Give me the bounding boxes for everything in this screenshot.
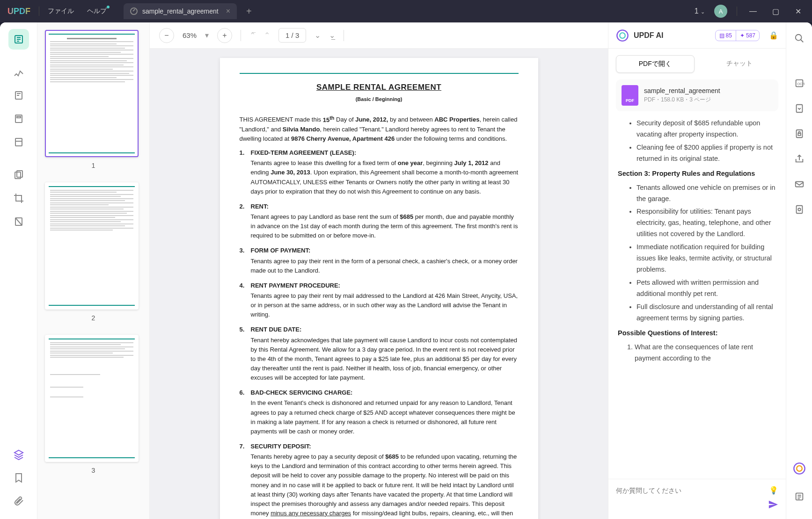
document-viewport[interactable]: SAMPLE RENTAL AGREEMENT (Basic / Beginni… bbox=[150, 49, 608, 519]
tab-doc-icon bbox=[130, 7, 138, 15]
thumbnail-number: 1 bbox=[45, 162, 142, 169]
doc-list-item: 6.BAD-CHECK SERVICING CHARGE:In the even… bbox=[251, 388, 519, 436]
right-tool-rail: OCR bbox=[786, 22, 812, 519]
next-page-button[interactable]: ⌄ bbox=[315, 31, 321, 40]
convert-button[interactable] bbox=[792, 101, 807, 116]
menu-file[interactable]: ファイル bbox=[48, 7, 74, 15]
menu-help[interactable]: ヘルプ bbox=[87, 7, 107, 15]
reader-mode-button[interactable] bbox=[8, 29, 29, 50]
doc-list-item: 3.FORM OF PAYMENT:Tenants agree to pay t… bbox=[251, 246, 519, 275]
attachment-button[interactable] bbox=[8, 491, 29, 512]
ai-tab-chat[interactable]: チャット bbox=[701, 55, 779, 73]
ai-file-name: sample_rental_agreement bbox=[644, 87, 720, 94]
ai-bullet: Security deposit of $685 refundable upon… bbox=[636, 118, 776, 140]
page-icon: ▤ bbox=[719, 32, 724, 39]
chat-icon: ✦ bbox=[740, 32, 745, 39]
zoom-in-button[interactable]: + bbox=[217, 28, 232, 43]
thumbnail-page-1[interactable]: 1 bbox=[45, 30, 142, 169]
last-page-button[interactable]: ⌄̲ bbox=[329, 31, 335, 40]
organize-tool-button[interactable] bbox=[8, 108, 29, 129]
titlebar: UPDF ファイル ヘルプ sample_rental_agreement × … bbox=[0, 0, 812, 22]
crop-tool-button[interactable] bbox=[8, 188, 29, 209]
ai-credit-badges[interactable]: ▤85 ✦587 bbox=[715, 30, 760, 41]
user-avatar[interactable]: A bbox=[714, 5, 727, 18]
print-button[interactable] bbox=[792, 202, 807, 217]
document-toolbar: − 63% ▾ + ⌃̅ ⌃ 1 / 3 ⌄ ⌄̲ bbox=[150, 22, 608, 49]
svg-rect-4 bbox=[15, 138, 22, 146]
ai-tab-open-pdf[interactable]: PDFで開く bbox=[616, 55, 695, 73]
svg-rect-15 bbox=[798, 133, 801, 136]
search-button[interactable] bbox=[792, 31, 807, 46]
ai-bullet: Responsibility for utilities: Tenant pay… bbox=[636, 206, 776, 240]
ai-question: What are the consequences of late rent p… bbox=[635, 342, 776, 364]
zoom-level: 63% bbox=[183, 31, 197, 39]
page-indicator[interactable]: 1 / 3 bbox=[278, 28, 306, 43]
svg-point-18 bbox=[798, 208, 801, 211]
svg-point-8 bbox=[617, 30, 628, 41]
svg-rect-13 bbox=[796, 105, 802, 113]
doc-list-item: 1.FIXED-TERM AGREEMENT (LEASE):Tenants a… bbox=[251, 148, 519, 196]
svg-rect-3 bbox=[17, 116, 21, 118]
redact-tool-button[interactable] bbox=[8, 211, 29, 232]
thumbnail-page-3[interactable]: 3 bbox=[45, 335, 142, 474]
svg-rect-17 bbox=[796, 206, 802, 214]
doc-list-item: 4.RENT PAYMENT PROCEDURE:Tenants agree t… bbox=[251, 281, 519, 320]
window-close[interactable]: ✕ bbox=[791, 5, 805, 18]
ai-panel: UPDF AI ▤85 ✦587 🔒 PDFで開く チャット sample_re… bbox=[608, 22, 786, 519]
bookmark-button[interactable] bbox=[8, 468, 29, 488]
first-page-button[interactable]: ⌃̅ bbox=[249, 31, 256, 40]
send-button[interactable] bbox=[768, 499, 778, 510]
comment-tool-button[interactable] bbox=[8, 62, 29, 82]
ai-bullet: Tenants allowed one vehicle on premises … bbox=[636, 182, 776, 205]
doc-list-item: 2.RENT:Tenant agrees to pay Landlord as … bbox=[251, 202, 519, 241]
ai-section-heading: Section 3: Property Rules and Regulation… bbox=[618, 168, 776, 180]
zoom-out-button[interactable]: − bbox=[159, 28, 174, 43]
ai-panel-title: UPDF AI bbox=[634, 31, 663, 40]
left-tool-rail bbox=[0, 22, 37, 519]
prev-page-button[interactable]: ⌃ bbox=[264, 31, 270, 40]
share-button[interactable] bbox=[792, 151, 807, 166]
ai-bullet: Cleaning fee of $200 applies if property… bbox=[636, 142, 776, 165]
ocr-button[interactable]: OCR bbox=[792, 76, 807, 91]
doc-list-item: 5.RENT DUE DATE:Tenant hereby acknowledg… bbox=[251, 325, 519, 382]
ai-file-card: sample_rental_agreement PDF・158.0 KB・3 ペ… bbox=[616, 79, 778, 111]
thumbnail-number: 3 bbox=[45, 467, 142, 474]
svg-point-9 bbox=[620, 33, 625, 38]
window-minimize[interactable]: — bbox=[746, 5, 760, 18]
protect-button[interactable] bbox=[792, 126, 807, 141]
window-maximize[interactable]: ▢ bbox=[769, 5, 782, 18]
ai-summary-content[interactable]: Security deposit of $685 refundable upon… bbox=[608, 118, 786, 479]
email-button[interactable] bbox=[792, 177, 807, 192]
ai-bullet: Immediate notification required for buil… bbox=[636, 242, 776, 275]
updf-ai-icon[interactable] bbox=[793, 462, 806, 475]
edit-tool-button[interactable] bbox=[8, 85, 29, 106]
doc-subtitle: (Basic / Beginning) bbox=[240, 95, 519, 103]
suggestion-icon[interactable]: 💡 bbox=[769, 486, 778, 495]
page-tool-button[interactable] bbox=[8, 165, 29, 185]
updf-ai-logo-icon bbox=[616, 29, 629, 42]
layers-button[interactable] bbox=[8, 444, 29, 465]
doc-intro: THIS AGREEMENT made this 15th Day of Jun… bbox=[240, 114, 519, 144]
comments-list-button[interactable] bbox=[792, 489, 807, 504]
svg-point-20 bbox=[797, 466, 802, 471]
svg-text:OCR: OCR bbox=[797, 82, 805, 86]
doc-title: SAMPLE RENTAL AGREEMENT bbox=[240, 81, 519, 94]
ai-questions-heading: Possible Questions of Interest: bbox=[618, 328, 776, 339]
ai-file-meta: PDF・158.0 KB・3 ページ bbox=[644, 96, 720, 104]
new-tab-button[interactable]: + bbox=[246, 6, 252, 17]
ai-bullet: Full disclosure and understanding of all… bbox=[636, 302, 776, 324]
lock-icon[interactable]: 🔒 bbox=[769, 31, 778, 40]
thumbnail-number: 2 bbox=[45, 314, 142, 322]
thumbnail-page-2[interactable]: 2 bbox=[45, 182, 142, 322]
page-count-dropdown[interactable]: 1 ⌄ bbox=[695, 7, 705, 15]
tab-close-button[interactable]: × bbox=[226, 7, 230, 15]
pdf-page-1: SAMPLE RENTAL AGREEMENT (Basic / Beginni… bbox=[220, 58, 538, 519]
document-tab[interactable]: sample_rental_agreement × bbox=[124, 3, 237, 19]
zoom-dropdown[interactable]: ▾ bbox=[205, 31, 209, 40]
thumbnail-panel: 1 2 3 bbox=[37, 22, 150, 519]
ai-chat-input[interactable] bbox=[616, 487, 764, 494]
doc-list-item: 7.SECURITY DEPOSIT:Tenants hereby agree … bbox=[251, 442, 519, 519]
form-tool-button[interactable] bbox=[8, 132, 29, 152]
app-logo: UPDF bbox=[7, 7, 30, 16]
svg-rect-16 bbox=[795, 182, 803, 187]
